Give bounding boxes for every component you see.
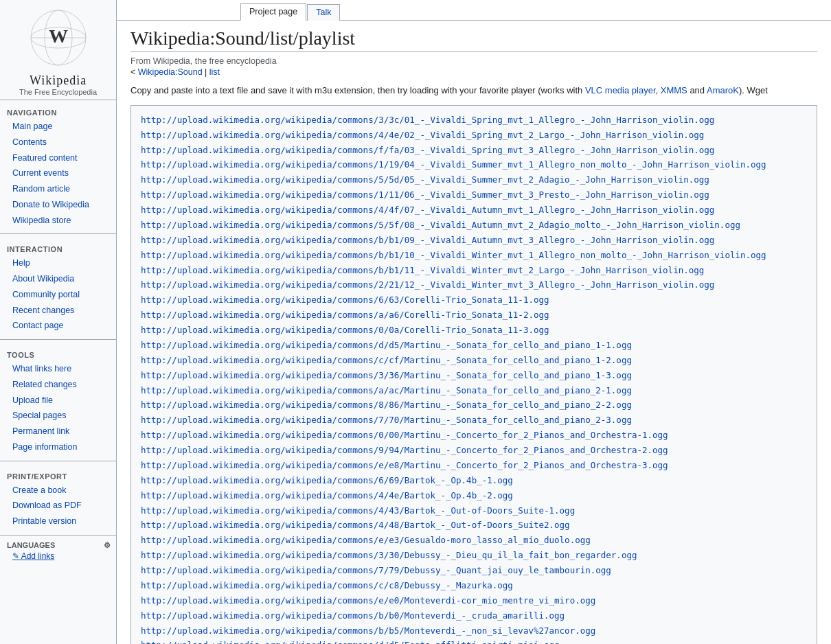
gear-icon[interactable]: ⚙: [104, 541, 111, 550]
intro-paragraph: Copy and paste into a text file and save…: [130, 84, 817, 98]
sidebar-add-links[interactable]: ✎ Add links: [7, 550, 116, 562]
playlist-item[interactable]: http://upload.wikimedia.org/wikipedia/co…: [141, 325, 549, 335]
sidebar-item-related-changes[interactable]: Related changes: [7, 377, 116, 393]
print-title: Print/export: [7, 468, 116, 483]
interaction-title: Interaction: [7, 241, 116, 255]
page-title: Wikipedia:Sound/list/playlist: [130, 27, 817, 52]
playlist-item[interactable]: http://upload.wikimedia.org/wikipedia/co…: [141, 580, 513, 590]
main-content: Project page Talk Wikipedia:Sound/list/p…: [117, 0, 831, 644]
wikipedia-title: Wikipedia: [3, 73, 113, 88]
vlc-link[interactable]: VLC media player: [585, 85, 656, 95]
playlist-item[interactable]: http://upload.wikimedia.org/wikipedia/co…: [141, 265, 704, 275]
playlist-item[interactable]: http://upload.wikimedia.org/wikipedia/co…: [141, 475, 513, 485]
wikipedia-logo-icon: W: [27, 7, 89, 69]
playlist-item[interactable]: http://upload.wikimedia.org/wikipedia/co…: [141, 535, 591, 545]
sidebar-item-store[interactable]: Wikipedia store: [7, 213, 116, 229]
playlist-item[interactable]: http://upload.wikimedia.org/wikipedia/co…: [141, 250, 766, 260]
playlist-item[interactable]: http://upload.wikimedia.org/wikipedia/co…: [141, 415, 632, 425]
sidebar-item-create-book[interactable]: Create a book: [7, 483, 116, 498]
playlist-item[interactable]: http://upload.wikimedia.org/wikipedia/co…: [141, 370, 632, 380]
sidebar-item-donate[interactable]: Donate to Wikipedia: [7, 197, 116, 213]
sidebar-item-download-pdf[interactable]: Download as PDF: [7, 498, 116, 514]
sidebar-item-permanent-link[interactable]: Permanent link: [7, 424, 116, 439]
sidebar-divider-1: [0, 233, 116, 234]
xmms-link[interactable]: XMMS: [661, 85, 687, 95]
sidebar-item-random[interactable]: Random article: [7, 181, 116, 197]
playlist-item[interactable]: http://upload.wikimedia.org/wikipedia/co…: [141, 145, 714, 155]
navigation-title: Navigation: [7, 104, 116, 119]
playlist-item[interactable]: http://upload.wikimedia.org/wikipedia/co…: [141, 520, 570, 530]
navigation-section: Navigation Main page Contents Featured c…: [0, 100, 116, 231]
sidebar-item-contents[interactable]: Contents: [7, 135, 116, 150]
sidebar-item-special-pages[interactable]: Special pages: [7, 408, 116, 424]
interaction-section: Interaction Help About Wikipedia Communi…: [0, 237, 116, 336]
sidebar-logo: W Wikipedia The Free Encyclopedia: [0, 0, 116, 100]
sidebar-item-printable[interactable]: Printable version: [7, 514, 116, 529]
languages-header: Languages ⚙: [7, 541, 116, 550]
sidebar-item-about[interactable]: About Wikipedia: [7, 271, 116, 287]
sidebar-item-help[interactable]: Help: [7, 255, 116, 271]
playlist-item[interactable]: http://upload.wikimedia.org/wikipedia/co…: [141, 235, 714, 245]
playlist-item[interactable]: http://upload.wikimedia.org/wikipedia/co…: [141, 565, 611, 575]
sidebar-item-current-events[interactable]: Current events: [7, 165, 116, 181]
playlist-item[interactable]: http://upload.wikimedia.org/wikipedia/co…: [141, 505, 575, 516]
playlist-item[interactable]: http://upload.wikimedia.org/wikipedia/co…: [141, 295, 549, 305]
playlist-item[interactable]: http://upload.wikimedia.org/wikipedia/co…: [141, 400, 632, 410]
wikipedia-subtitle: The Free Encyclopedia: [3, 88, 113, 96]
playlist-item[interactable]: http://upload.wikimedia.org/wikipedia/co…: [141, 189, 709, 200]
sidebar-item-community[interactable]: Community portal: [7, 287, 116, 303]
playlist-item[interactable]: http://upload.wikimedia.org/wikipedia/co…: [141, 205, 714, 215]
playlist-item[interactable]: http://upload.wikimedia.org/wikipedia/co…: [141, 490, 513, 501]
sidebar-item-recent-changes[interactable]: Recent changes: [7, 303, 116, 319]
playlist-item[interactable]: http://upload.wikimedia.org/wikipedia/co…: [141, 279, 714, 290]
sidebar-item-upload[interactable]: Upload file: [7, 393, 116, 409]
languages-title: Languages: [7, 541, 55, 549]
sidebar-item-featured[interactable]: Featured content: [7, 150, 116, 166]
page-content: Wikipedia:Sound/list/playlist From Wikip…: [117, 21, 831, 644]
breadcrumb-link-list[interactable]: list: [209, 67, 220, 77]
playlist-item[interactable]: http://upload.wikimedia.org/wikipedia/co…: [141, 550, 637, 560]
playlist-item[interactable]: http://upload.wikimedia.org/wikipedia/co…: [141, 115, 714, 125]
amarok-link[interactable]: AmaroK: [707, 85, 739, 95]
playlist-item[interactable]: http://upload.wikimedia.org/wikipedia/co…: [141, 174, 709, 185]
tab-project-page[interactable]: Project page: [240, 3, 306, 21]
playlist-item[interactable]: http://upload.wikimedia.org/wikipedia/co…: [141, 460, 668, 470]
playlist-item[interactable]: http://upload.wikimedia.org/wikipedia/co…: [141, 445, 668, 455]
tab-talk[interactable]: Talk: [307, 4, 340, 21]
sidebar-item-page-info[interactable]: Page information: [7, 439, 116, 455]
breadcrumb: < Wikipedia:Sound | list: [130, 67, 817, 77]
playlist-item[interactable]: http://upload.wikimedia.org/wikipedia/co…: [141, 220, 740, 230]
languages-section: Languages ⚙ ✎ Add links: [0, 538, 116, 565]
sidebar-divider-4: [0, 535, 116, 536]
playlist-item[interactable]: http://upload.wikimedia.org/wikipedia/co…: [141, 385, 632, 395]
playlist-item[interactable]: http://upload.wikimedia.org/wikipedia/co…: [141, 430, 668, 440]
add-links-icon: ✎: [12, 551, 19, 561]
playlist-item[interactable]: http://upload.wikimedia.org/wikipedia/co…: [141, 340, 632, 350]
playlist-item[interactable]: http://upload.wikimedia.org/wikipedia/co…: [141, 130, 704, 140]
sidebar-divider-2: [0, 339, 116, 340]
svg-text:W: W: [49, 25, 68, 47]
from-line: From Wikipedia, the free encyclopedia: [130, 56, 817, 66]
tools-section: Tools What links here Related changes Up…: [0, 343, 116, 458]
playlist-item[interactable]: http://upload.wikimedia.org/wikipedia/co…: [141, 640, 560, 644]
sidebar-item-main-page[interactable]: Main page: [7, 119, 116, 135]
playlist-item[interactable]: http://upload.wikimedia.org/wikipedia/co…: [141, 310, 549, 320]
sidebar-divider-3: [0, 461, 116, 461]
playlist-box: http://upload.wikimedia.org/wikipedia/co…: [130, 105, 817, 644]
playlist-item[interactable]: http://upload.wikimedia.org/wikipedia/co…: [141, 159, 766, 170]
sidebar-item-what-links[interactable]: What links here: [7, 361, 116, 377]
playlist-item[interactable]: http://upload.wikimedia.org/wikipedia/co…: [141, 355, 632, 365]
tools-title: Tools: [7, 347, 116, 361]
breadcrumb-link[interactable]: Wikipedia:Sound: [138, 67, 203, 77]
sidebar: W Wikipedia The Free Encyclopedia Naviga…: [0, 0, 117, 644]
playlist-item[interactable]: http://upload.wikimedia.org/wikipedia/co…: [141, 595, 595, 606]
sidebar-item-contact[interactable]: Contact page: [7, 318, 116, 334]
playlist-item[interactable]: http://upload.wikimedia.org/wikipedia/co…: [141, 610, 565, 621]
playlist-item[interactable]: http://upload.wikimedia.org/wikipedia/co…: [141, 625, 595, 636]
tabs-bar: Project page Talk: [117, 0, 831, 21]
print-section: Print/export Create a book Download as P…: [0, 464, 116, 532]
